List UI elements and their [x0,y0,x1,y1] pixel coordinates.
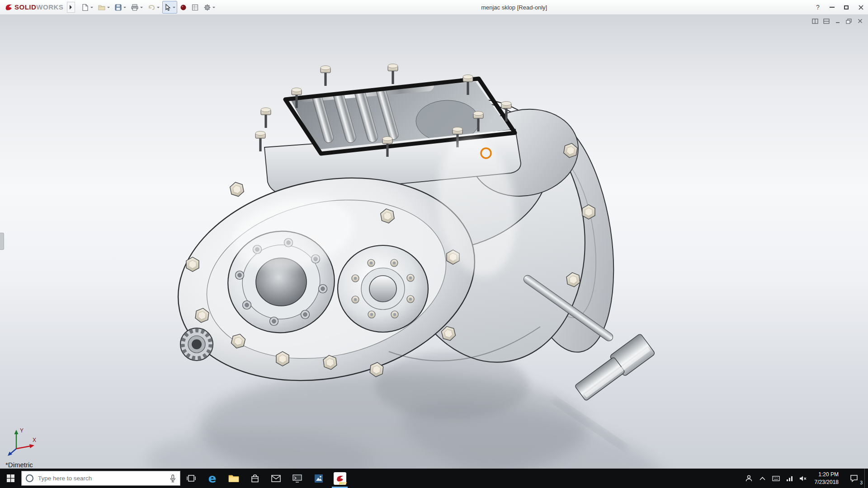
sheet-button[interactable] [189,1,201,14]
titlebar-controls: ? [811,0,868,14]
view-orientation-label: *Dimetric [5,461,33,469]
new-document-button[interactable] [80,1,95,14]
task-view-button[interactable] [180,469,202,488]
doc-restore-button[interactable] [844,17,853,25]
gearbox-model[interactable] [0,15,868,469]
printer-icon [131,4,139,11]
split-pane-button[interactable] [811,17,819,25]
search-input[interactable] [37,474,166,482]
monitor-app-button[interactable] [287,469,308,488]
doc-close-button[interactable] [856,17,864,25]
volume-button[interactable] [797,469,810,488]
print-button[interactable] [129,1,145,14]
taskbar-search[interactable] [21,471,180,486]
file-explorer-button[interactable] [223,469,244,488]
photos-app-button[interactable] [308,469,329,488]
orientation-triad: Y X [6,426,39,459]
edge-icon: e [208,472,217,485]
keyboard-icon [772,476,780,481]
chevron-down-icon [107,7,110,9]
show-desktop-button[interactable] [864,469,868,488]
doc-minimize-button[interactable] [833,17,842,25]
titlebar: SOLIDWORKS [0,0,868,15]
start-button[interactable] [0,469,21,488]
solidworks-year-badge: 2017 [339,481,347,485]
solidworks-app-icon: 2017 [334,472,346,485]
chevron-down-icon [157,7,160,9]
photos-icon [314,474,323,483]
tray-overflow-button[interactable] [756,469,769,488]
taskbar-clock[interactable]: 1:20 PM 7/23/2018 [810,469,843,488]
document-title: menjac sklop [Read-only] [217,4,811,11]
split-pane-icon [812,19,818,24]
document-window-controls [811,17,864,25]
action-center-button[interactable]: 3 [843,469,864,488]
chevron-right-icon [70,5,74,9]
chevron-up-icon [760,477,765,480]
windows-taskbar: e [0,469,868,488]
select-tool-button[interactable] [162,1,177,14]
close-icon [859,5,863,10]
store-bag-icon [250,474,259,483]
solidworks-taskbar-button[interactable]: 2017 [329,469,350,488]
help-button[interactable]: ? [811,4,825,11]
touch-keyboard-button[interactable] [769,469,783,488]
network-button[interactable] [783,469,797,488]
store-button[interactable] [244,469,265,488]
windows-logo-icon [7,474,14,482]
dassault-logo-icon [5,3,13,11]
clock-time: 1:20 PM [818,471,839,478]
minimize-icon [835,19,840,24]
chevron-down-icon [90,7,93,9]
red-sphere-icon [180,4,187,11]
people-button[interactable] [742,469,756,488]
save-button[interactable] [113,1,128,14]
maximize-button[interactable] [839,0,854,14]
restore-icon [846,19,852,24]
horizontal-pane-icon [823,19,830,24]
graphics-viewport: Y X *Dimetric [0,15,868,469]
pane-button[interactable] [822,17,830,25]
chevron-down-icon [173,7,175,9]
undo-button[interactable] [146,1,161,14]
chevron-down-icon [140,7,143,9]
people-icon [745,475,752,482]
undo-arrow-icon [147,4,156,11]
mail-button[interactable] [265,469,287,488]
edge-button[interactable]: e [202,469,223,488]
clock-date: 7/23/2018 [815,479,839,486]
notification-bubble-icon [850,474,858,482]
minimize-icon [830,7,835,8]
floppy-icon [114,4,122,11]
appearance-button[interactable] [178,1,189,14]
triad-x-label: X [33,437,36,443]
close-button[interactable] [854,0,868,14]
maximize-icon [844,5,849,9]
page-icon [81,4,89,11]
microphone-icon[interactable] [170,474,176,483]
sheet-icon [191,4,199,11]
folder-icon [98,4,106,11]
network-icon [786,475,793,481]
cortana-icon [26,474,33,482]
chevron-down-icon [212,7,215,9]
envelope-icon [271,475,281,482]
gear-icon [203,4,211,11]
options-button[interactable] [202,1,217,14]
volume-mute-icon [799,475,807,482]
triad-y-label: Y [20,427,24,434]
notification-count-badge: 3 [860,480,863,485]
cursor-icon [164,4,171,11]
folder-icon [228,474,239,483]
menu-flyout-button[interactable] [67,2,75,13]
minimize-button[interactable] [825,0,839,14]
open-button[interactable] [96,1,112,14]
system-tray: 1:20 PM 7/23/2018 3 [742,469,868,488]
solidworks-brand: SOLIDWORKS [0,3,67,11]
main-toolbar [80,1,217,14]
brand-text: SOLIDWORKS [14,3,63,11]
chevron-down-icon [123,7,126,9]
monitor-icon [292,474,302,483]
solidworks-app: SOLIDWORKS [0,0,868,488]
panel-collapse-tab[interactable] [0,233,4,250]
